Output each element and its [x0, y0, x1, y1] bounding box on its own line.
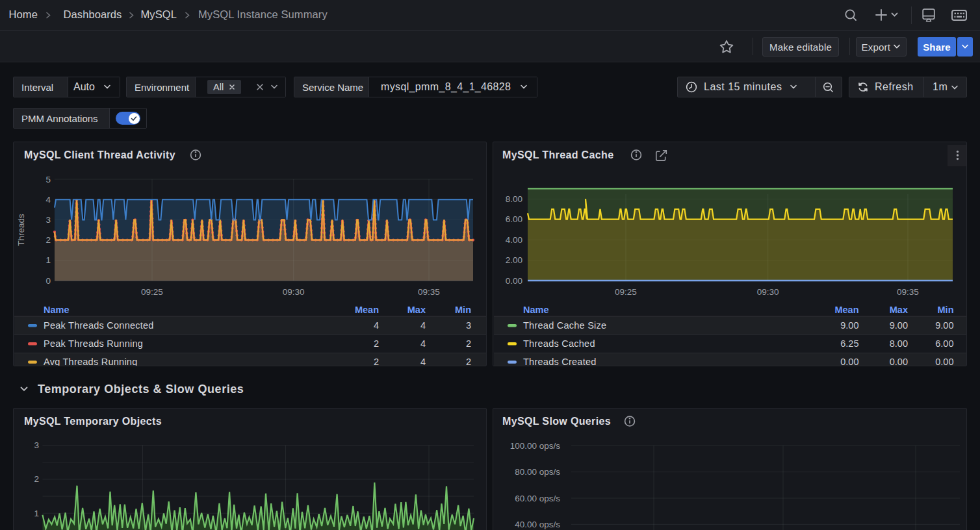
svg-text:2: 2 [45, 235, 51, 245]
svg-text:1: 1 [34, 509, 39, 518]
svg-text:2: 2 [34, 474, 39, 484]
svg-text:4: 4 [420, 320, 426, 331]
svg-text:5: 5 [45, 175, 51, 184]
svg-text:09:25: 09:25 [141, 287, 163, 297]
svg-text:9.00: 9.00 [890, 320, 908, 331]
svg-text:4: 4 [420, 338, 426, 349]
svg-text:3: 3 [466, 320, 471, 331]
svg-text:0.00: 0.00 [840, 357, 858, 366]
svg-text:2: 2 [374, 338, 379, 349]
svg-text:MySQL Temporary Objects: MySQL Temporary Objects [24, 416, 162, 427]
svg-text:Name: Name [44, 305, 70, 315]
svg-text:Avg Threads Running: Avg Threads Running [44, 357, 137, 366]
svg-text:3: 3 [45, 215, 51, 225]
svg-text:2: 2 [466, 357, 471, 366]
svg-text:80.00 ops/s: 80.00 ops/s [515, 467, 560, 477]
svg-text:Peak Threads Connected: Peak Threads Connected [44, 320, 154, 331]
svg-text:09:35: 09:35 [418, 287, 440, 297]
svg-text:6.00: 6.00 [506, 214, 522, 224]
svg-text:1: 1 [45, 255, 51, 265]
svg-text:Peak Threads Running: Peak Threads Running [44, 338, 143, 349]
svg-text:8.00: 8.00 [890, 338, 908, 349]
svg-text:40.00 ops/s: 40.00 ops/s [515, 520, 560, 529]
svg-text:0.00: 0.00 [890, 357, 908, 366]
svg-text:Threads: Threads [16, 214, 26, 246]
svg-text:MySQL Client Thread Activity: MySQL Client Thread Activity [24, 149, 175, 160]
svg-text:4.00: 4.00 [506, 235, 522, 245]
svg-text:6.25: 6.25 [840, 338, 858, 349]
svg-text:9.00: 9.00 [840, 320, 858, 331]
svg-text:Name: Name [523, 305, 549, 315]
svg-text:Min: Min [455, 305, 471, 315]
svg-text:9.00: 9.00 [935, 320, 953, 331]
svg-text:MySQL Thread Cache: MySQL Thread Cache [502, 149, 613, 160]
svg-text:Min: Min [938, 305, 954, 315]
svg-text:Threads Cached: Threads Cached [523, 338, 595, 349]
svg-text:Max: Max [407, 305, 426, 315]
svg-text:Mean: Mean [834, 305, 858, 315]
svg-text:Mean: Mean [355, 305, 379, 315]
svg-text:0.00: 0.00 [506, 276, 522, 286]
svg-text:8.00: 8.00 [506, 194, 522, 204]
svg-text:Max: Max [890, 305, 908, 315]
svg-text:2: 2 [466, 338, 471, 349]
svg-text:3: 3 [34, 440, 39, 450]
svg-text:Threads Created: Threads Created [523, 357, 597, 366]
svg-text:2: 2 [374, 357, 379, 366]
svg-text:MySQL Slow Queries: MySQL Slow Queries [502, 416, 611, 427]
svg-text:09:35: 09:35 [897, 287, 919, 297]
svg-text:Thread Cache Size: Thread Cache Size [523, 320, 606, 331]
svg-text:60.00 ops/s: 60.00 ops/s [515, 494, 560, 503]
svg-text:4: 4 [420, 357, 426, 366]
svg-text:09:30: 09:30 [283, 287, 305, 297]
svg-text:2.00: 2.00 [506, 255, 522, 265]
svg-text:0: 0 [45, 276, 51, 286]
svg-text:09:25: 09:25 [615, 287, 637, 297]
svg-text:100.00 ops/s: 100.00 ops/s [510, 441, 561, 451]
svg-text:09:30: 09:30 [757, 287, 779, 297]
svg-text:4: 4 [45, 195, 51, 205]
svg-text:6.00: 6.00 [935, 338, 953, 349]
svg-text:4: 4 [374, 320, 379, 331]
svg-text:0.00: 0.00 [935, 357, 953, 366]
